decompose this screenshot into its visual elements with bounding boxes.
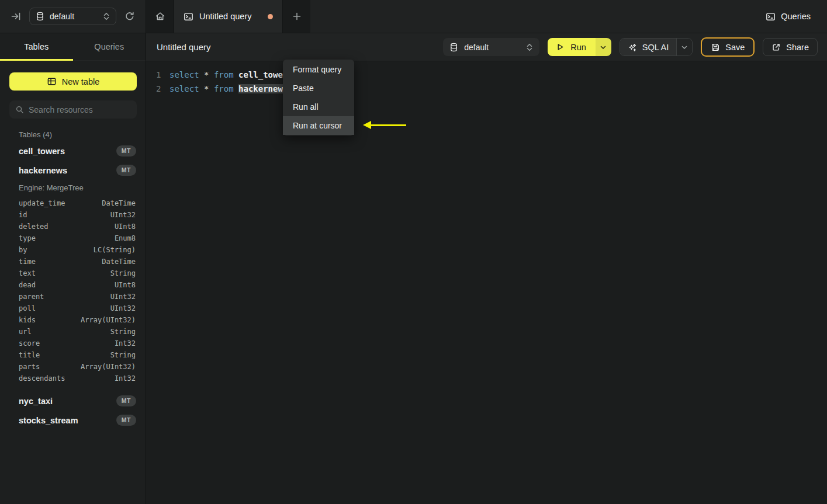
sidebar-tab-tables[interactable]: Tables <box>0 33 73 60</box>
save-label: Save <box>725 43 745 52</box>
line-number: 2 <box>156 82 164 96</box>
column-type: LC(String) <box>94 246 136 254</box>
home-button[interactable] <box>146 0 174 33</box>
table-item-stocks_stream[interactable]: stocks_streamMT <box>0 411 146 430</box>
column-name: by <box>19 246 27 254</box>
sql-editor[interactable]: 1select * from cell_towers limit 100;2se… <box>146 61 827 96</box>
column-name: parts <box>19 363 40 371</box>
search-icon <box>15 105 24 114</box>
sql-ai-options-button[interactable] <box>676 39 692 55</box>
sidebar-header: default <box>0 0 146 33</box>
column-name: poll <box>19 304 36 312</box>
annotation-arrow-line <box>371 124 406 126</box>
column-row: deletedUInt8 <box>0 221 146 232</box>
column-name: id <box>19 211 27 219</box>
run-label: Run <box>570 43 586 52</box>
chevron-down-icon <box>681 44 688 51</box>
menu-item-run-at-cursor[interactable]: Run at cursor <box>283 116 354 135</box>
topbar-spacer <box>310 0 766 33</box>
sparkles-icon <box>628 43 637 52</box>
run-button[interactable]: Run <box>548 38 596 56</box>
share-icon <box>771 43 781 52</box>
column-type: String <box>110 351 136 359</box>
table-engine-label: Engine: MergeTree <box>0 180 146 195</box>
topbar-database-value: default <box>50 12 74 21</box>
new-table-button[interactable]: New table <box>9 72 137 91</box>
token-sel: hackernews <box>238 84 288 93</box>
annotation-arrow-head <box>363 121 371 129</box>
column-row: typeEnum8 <box>0 232 146 244</box>
share-label: Share <box>786 43 809 52</box>
editor-context-menu: Format queryPasteRun allRun at cursor <box>283 60 354 135</box>
column-row: urlString <box>0 326 146 338</box>
menu-item-format-query[interactable]: Format query <box>283 60 354 79</box>
menu-item-run-all[interactable]: Run all <box>283 98 354 116</box>
toolbar-actions: default Run <box>443 37 818 57</box>
terminal-icon <box>184 12 193 22</box>
new-tab-button[interactable] <box>283 0 310 33</box>
column-name: time <box>19 258 36 266</box>
sql-ai-label: SQL AI <box>642 43 669 52</box>
database-icon <box>36 12 44 21</box>
collapse-sidebar-button[interactable] <box>8 9 23 24</box>
table-item-hackernews[interactable]: hackernewsMT <box>0 161 146 180</box>
new-table-label: New table <box>62 77 99 86</box>
column-row: scoreInt32 <box>0 338 146 349</box>
tab-untitled-query[interactable]: Untitled query <box>174 0 283 33</box>
engine-badge: MT <box>116 415 136 426</box>
save-button[interactable]: Save <box>701 37 755 57</box>
columns-list: update_timeDateTimeidUInt32deletedUInt8t… <box>0 195 146 391</box>
column-name: type <box>19 234 36 242</box>
column-type: DateTime <box>102 199 136 207</box>
column-type: Array(UInt32) <box>81 363 136 371</box>
chevrons-up-down-icon <box>103 12 110 20</box>
column-type: UInt8 <box>115 223 136 231</box>
token-pl: * <box>199 70 214 79</box>
share-button[interactable]: Share <box>763 38 818 56</box>
chevrons-up-down-icon <box>526 43 533 51</box>
topbar-database-selector[interactable]: default <box>29 8 116 25</box>
column-row: update_timeDateTime <box>0 197 146 209</box>
engine-badge: MT <box>116 145 136 157</box>
query-toolbar: Untitled query default <box>146 33 827 61</box>
column-type: Int32 <box>115 374 136 383</box>
code-line: 2select * from hackernews limit 1000 <box>146 82 827 96</box>
table-name: stocks_stream <box>19 416 78 425</box>
engine-badge: MT <box>116 165 136 176</box>
tables-section-label: Tables (4) <box>19 130 146 139</box>
column-type: DateTime <box>102 258 136 266</box>
column-row: parentUInt32 <box>0 291 146 303</box>
top-bar: default Untitled query <box>0 0 827 33</box>
token-pl: * <box>199 84 214 93</box>
sql-ai-button[interactable]: SQL AI <box>620 39 676 55</box>
run-options-button[interactable] <box>596 38 611 56</box>
chevron-down-icon <box>600 44 607 51</box>
play-icon <box>556 43 565 51</box>
tables-list: cell_towersMThackernewsMTEngine: MergeTr… <box>0 141 146 430</box>
line-number: 1 <box>156 68 164 82</box>
column-row: timeDateTime <box>0 256 146 267</box>
table-item-nyc_taxi[interactable]: nyc_taxiMT <box>0 391 146 411</box>
toolbar-database-selector[interactable]: default <box>443 38 539 56</box>
column-type: Enum8 <box>115 234 136 242</box>
refresh-button[interactable] <box>122 9 137 24</box>
toolbar-database-value: default <box>464 43 489 52</box>
queries-icon <box>766 12 776 22</box>
column-name: deleted <box>19 223 49 231</box>
table-item-cell_towers[interactable]: cell_towersMT <box>0 141 146 161</box>
sidebar-tab-queries[interactable]: Queries <box>73 33 146 60</box>
run-split-button: Run <box>548 38 611 56</box>
query-title: Untitled query <box>157 42 211 52</box>
table-name: cell_towers <box>19 147 65 156</box>
column-row: partsArray(UInt32) <box>0 361 146 373</box>
engine-badge: MT <box>116 395 136 406</box>
column-name: url <box>19 328 32 336</box>
queries-button[interactable]: Queries <box>766 12 811 22</box>
search-resources-input[interactable] <box>29 105 122 114</box>
column-type: UInt8 <box>115 281 136 289</box>
column-name: dead <box>19 281 36 289</box>
database-icon <box>449 43 458 52</box>
code-line: 1select * from cell_towers limit 100; <box>146 68 827 82</box>
column-row: idUInt32 <box>0 209 146 221</box>
menu-item-paste[interactable]: Paste <box>283 79 354 98</box>
